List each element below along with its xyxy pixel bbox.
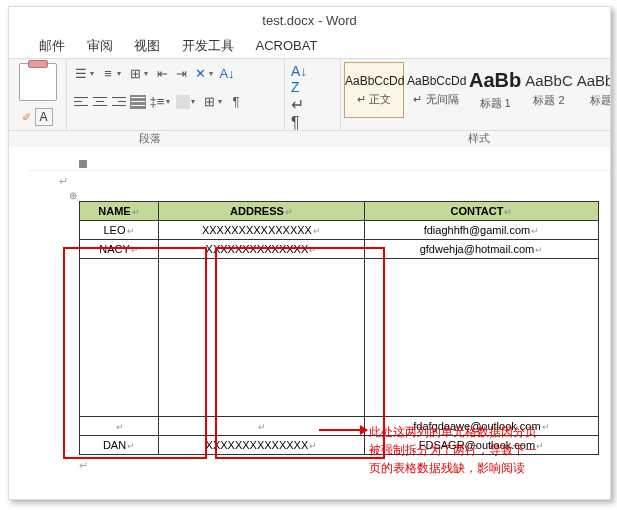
format-painter[interactable]: ✐ A (22, 108, 52, 126)
ribbon-group-labels: 段落 样式 (9, 131, 610, 147)
style-no-spacing[interactable]: AaBbCcDd ↵ 无间隔 (406, 62, 466, 118)
styles-gallery: AaBbCcDd ↵ 正文 AaBbCcDd ↵ 无间隔 AaBb 标题 1 A… (341, 59, 610, 130)
pilcrow-icon[interactable]: ↵¶ (291, 95, 334, 132)
paragraph-label: 段落 (9, 131, 291, 147)
styles-label: 样式 (347, 131, 610, 147)
ribbon-tabs: 邮件 审阅 视图 开发工具 ACROBAT (9, 35, 610, 59)
sort-icon[interactable]: A↓ (219, 65, 235, 81)
shading-icon[interactable] (176, 95, 190, 109)
indent-right-icon[interactable]: ⇥ (173, 65, 189, 81)
line-spacing-icon[interactable]: ‡≡ (149, 94, 165, 110)
tab-acrobat[interactable]: ACROBAT (256, 35, 318, 57)
table-row[interactable]: LEO↵ XXXXXXXXXXXXXXX↵ fdiaghhfh@gamil.co… (80, 221, 599, 240)
annotation-box-1 (63, 247, 207, 459)
numbering-icon[interactable]: ≡ (100, 65, 116, 81)
app-window: test.docx - Word 邮件 审阅 视图 开发工具 ACROBAT ✐… (8, 6, 611, 500)
tab-view[interactable]: 视图 (134, 35, 160, 57)
ruler[interactable] (29, 157, 610, 171)
style-heading1[interactable]: AaBb 标题 1 (468, 62, 522, 118)
tab-review[interactable]: 审阅 (87, 35, 113, 57)
clipboard-group: ✐ A (9, 59, 67, 130)
annotation-arrow (319, 429, 367, 431)
align-left-icon[interactable] (73, 95, 89, 109)
paragraph-group: ☰▾ ≡▾ ⊞▾ ⇤ ⇥ ✕▾ A↓ ‡≡▾ ▾ ⊞▾ ¶ (67, 59, 285, 130)
style-title[interactable]: AaBbC 标题 (576, 62, 610, 118)
text-direction-icon[interactable]: ✕ (192, 65, 208, 81)
style-normal[interactable]: AaBbCcDd ↵ 正文 (344, 62, 404, 118)
editing-group: A↓Z ↵¶ (285, 59, 341, 130)
bullets-icon[interactable]: ☰ (73, 65, 89, 81)
align-center-icon[interactable] (92, 95, 108, 109)
align-right-icon[interactable] (111, 95, 127, 109)
header-contact[interactable]: CONTACT↵ (364, 202, 598, 221)
sort-az-icon[interactable]: A↓Z (291, 63, 334, 95)
header-address[interactable]: ADDRESS↵ (159, 202, 365, 221)
annotation-text: 此处这两列的单元格数据因分页被强制拆分为了两行，导致下一页的表格数据残缺，影响阅… (369, 423, 539, 477)
title-bar: test.docx - Word (9, 7, 610, 35)
paragraph-mark: ↵ (59, 175, 610, 188)
header-name[interactable]: NAME↵ (80, 202, 159, 221)
borders-icon[interactable]: ⊞ (201, 94, 217, 110)
ruler-indent-marker[interactable] (79, 160, 87, 168)
align-justify-icon[interactable] (130, 95, 146, 109)
ribbon: ✐ A ☰▾ ≡▾ ⊞▾ ⇤ ⇥ ✕▾ A↓ ‡≡▾ ▾ ⊞▾ (9, 59, 610, 131)
document-area[interactable]: ↵ ⊕ NAME↵ ADDRESS↵ CONTACT↵ LEO↵ XXXXXXX… (9, 147, 610, 500)
multilevel-icon[interactable]: ⊞ (127, 65, 143, 81)
table-anchor-icon: ⊕ (69, 190, 610, 201)
tab-mail[interactable]: 邮件 (39, 35, 65, 57)
indent-left-icon[interactable]: ⇤ (154, 65, 170, 81)
tab-dev[interactable]: 开发工具 (182, 35, 234, 57)
show-marks-icon[interactable]: ¶ (228, 94, 244, 110)
paste-icon[interactable] (19, 63, 57, 101)
style-heading2[interactable]: AaBbC 标题 2 (524, 62, 574, 118)
